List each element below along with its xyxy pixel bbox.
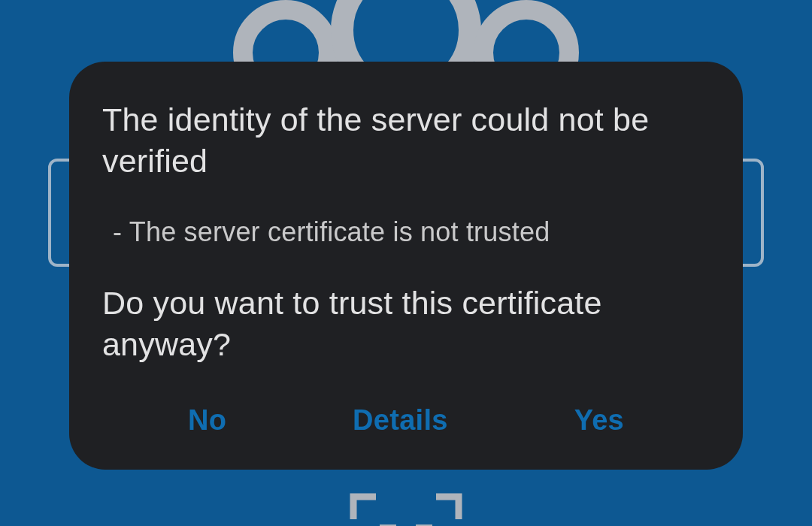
no-button[interactable]: No [188,404,226,437]
dialog-reason-text: - The server certificate is not trusted [102,216,710,248]
details-button[interactable]: Details [353,404,448,437]
certificate-warning-dialog: The identity of the server could not be … [69,62,743,470]
dialog-question-text: Do you want to trust this certificate an… [102,283,710,365]
yes-button[interactable]: Yes [574,404,624,437]
qr-scan-icon [350,493,462,526]
dialog-body: - The server certificate is not trusted … [102,216,710,365]
dialog-title: The identity of the server could not be … [102,99,710,182]
dialog-actions: No Details Yes [102,395,710,447]
